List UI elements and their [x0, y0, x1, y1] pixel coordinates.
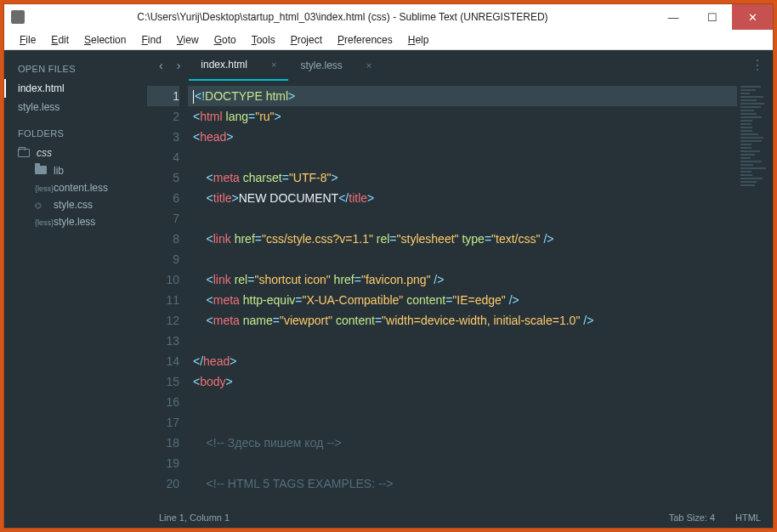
- window-title: C:\Users\Yurij\Desktop\startup_html_03\i…: [31, 11, 654, 23]
- line-number: 16: [147, 392, 179, 412]
- minimap[interactable]: [737, 81, 773, 507]
- app-window: C:\Users\Yurij\Desktop\startup_html_03\i…: [3, 3, 774, 529]
- open-file-item[interactable]: style.less: [4, 98, 147, 116]
- minimap-line: [740, 99, 757, 101]
- file-label: style.less: [54, 216, 95, 228]
- minimap-line: [740, 154, 755, 156]
- line-number: 10: [147, 269, 179, 290]
- code-content[interactable]: <!DOCTYPE html><html lang="ru"><head> <m…: [188, 81, 737, 507]
- line-number: 17: [147, 412, 179, 433]
- minimap-line: [740, 133, 758, 135]
- css-file-icon: ⌬: [35, 201, 47, 210]
- code-line[interactable]: <link href="css/style.css?v=1.1" rel="st…: [188, 229, 737, 249]
- minimap-line: [740, 171, 751, 173]
- minimap-line: [740, 150, 760, 152]
- line-number: 20: [147, 473, 179, 494]
- code-line[interactable]: </head>: [188, 351, 737, 371]
- code-line[interactable]: <title>NEW DOCUMENT</title>: [188, 188, 737, 208]
- folder-root[interactable]: css: [4, 144, 147, 162]
- file-label: content.less: [54, 182, 108, 194]
- status-syntax[interactable]: HTML: [735, 512, 761, 523]
- code-line[interactable]: [188, 147, 737, 167]
- folder-icon: [18, 149, 30, 157]
- code-line[interactable]: <body>: [188, 371, 737, 392]
- tab-close-icon[interactable]: ×: [366, 60, 371, 71]
- minimap-line: [740, 174, 752, 176]
- menu-view[interactable]: View: [170, 32, 206, 48]
- menu-help[interactable]: Help: [401, 32, 436, 48]
- minimap-line: [740, 96, 763, 98]
- code-line[interactable]: <meta http-equiv="X-UA-Compatible" conte…: [188, 290, 737, 310]
- code-line[interactable]: <meta charset="UTF-8">: [188, 167, 737, 188]
- titlebar[interactable]: C:\Users\Yurij\Desktop\startup_html_03\i…: [4, 4, 773, 30]
- line-gutter: 1234567891011121314151617181920: [147, 81, 188, 507]
- code-line[interactable]: [188, 208, 737, 229]
- more-icon[interactable]: ⋮: [751, 57, 764, 73]
- tab-label: style.less: [300, 59, 342, 71]
- minimap-line: [740, 123, 751, 125]
- minimap-line: [740, 130, 752, 132]
- line-number: 15: [147, 371, 179, 392]
- code-line[interactable]: <head>: [188, 127, 737, 147]
- menu-project[interactable]: Project: [284, 32, 329, 48]
- code-line[interactable]: [188, 392, 737, 412]
- open-files-header: OPEN FILES: [4, 59, 147, 79]
- status-tabsize[interactable]: Tab Size: 4: [669, 512, 715, 523]
- app-icon: [11, 10, 25, 24]
- statusbar: Line 1, Column 1 Tab Size: 4 HTML: [147, 507, 773, 528]
- line-number: 3: [147, 127, 179, 147]
- line-number: 6: [147, 188, 179, 208]
- menu-edit[interactable]: Edit: [44, 32, 76, 48]
- code-line[interactable]: <!-- HTML 5 TAGS EXAMPLES: -->: [188, 473, 737, 494]
- menu-file[interactable]: File: [13, 32, 43, 48]
- menu-selection[interactable]: Selection: [77, 32, 133, 48]
- tab-index-html[interactable]: index.html×: [189, 50, 288, 81]
- sidebar-file-item[interactable]: {less}style.less: [4, 213, 147, 230]
- sidebar-file-item[interactable]: ⌬style.css: [4, 196, 147, 213]
- code-editor[interactable]: 1234567891011121314151617181920 <!DOCTYP…: [147, 81, 773, 507]
- minimap-line: [740, 93, 750, 94]
- minimize-button[interactable]: —: [654, 4, 693, 30]
- menu-find[interactable]: Find: [134, 32, 167, 48]
- code-line[interactable]: <html lang="ru">: [188, 106, 737, 127]
- maximize-button[interactable]: ☐: [693, 4, 732, 30]
- tab-close-icon[interactable]: ×: [271, 59, 276, 70]
- line-number: 4: [147, 147, 179, 167]
- minimap-line: [740, 127, 752, 128]
- line-number: 14: [147, 351, 179, 371]
- code-line[interactable]: <!-- Здесь пишем код -->: [188, 433, 737, 453]
- code-line[interactable]: <link rel="shortcut icon" href="favicon.…: [188, 269, 737, 290]
- menu-preferences[interactable]: Preferences: [331, 32, 400, 48]
- line-number: 19: [147, 453, 179, 473]
- code-line[interactable]: <meta name="viewport" content="width=dev…: [188, 310, 737, 331]
- file-label: lib: [54, 165, 64, 177]
- nav-back-icon[interactable]: ‹: [154, 59, 168, 72]
- folders-header: FOLDERS: [4, 123, 147, 144]
- minimap-line: [740, 137, 763, 139]
- close-button[interactable]: ✕: [732, 4, 773, 30]
- line-number: 7: [147, 208, 179, 229]
- menu-tools[interactable]: Tools: [245, 32, 282, 48]
- code-line[interactable]: [188, 453, 737, 473]
- code-line[interactable]: [188, 412, 737, 433]
- minimap-line: [740, 89, 756, 91]
- menu-goto[interactable]: Goto: [207, 32, 243, 48]
- minimap-line: [740, 147, 751, 149]
- sidebar: OPEN FILES index.htmlstyle.less FOLDERS …: [4, 50, 147, 528]
- code-line[interactable]: [188, 331, 737, 351]
- tab-style-less[interactable]: style.less×: [288, 50, 383, 81]
- nav-forward-icon[interactable]: ›: [172, 59, 186, 72]
- less-file-icon: {less}: [35, 184, 47, 193]
- minimap-line: [740, 167, 766, 169]
- code-line[interactable]: [188, 249, 737, 269]
- sidebar-file-item[interactable]: {less}content.less: [4, 179, 147, 196]
- code-line[interactable]: <!DOCTYPE html>: [188, 86, 737, 106]
- tabbar: ‹ › index.html×style.less×: [147, 50, 773, 81]
- line-number: 18: [147, 433, 179, 453]
- open-file-item[interactable]: index.html: [4, 79, 147, 98]
- status-pos[interactable]: Line 1, Column 1: [159, 512, 230, 523]
- sidebar-file-item[interactable]: lib: [4, 162, 147, 179]
- minimap-line: [740, 161, 762, 162]
- line-number: 11: [147, 290, 179, 310]
- minimap-line: [740, 181, 757, 183]
